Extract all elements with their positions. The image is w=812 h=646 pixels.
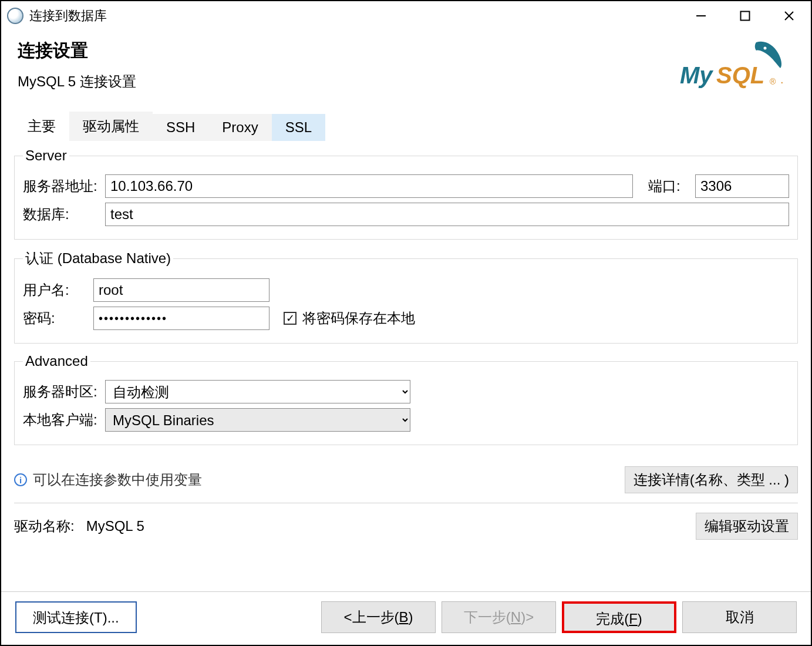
- page-subtitle: MySQL 5 连接设置: [18, 72, 136, 91]
- info-row: i 可以在连接参数中使用变量 连接详情(名称、类型 ... ): [14, 466, 798, 493]
- driver-name: MySQL 5: [86, 518, 144, 534]
- minimize-button[interactable]: [679, 1, 723, 31]
- tab-ssl[interactable]: SSL: [272, 114, 325, 141]
- dialog-footer: 测试连接(T)... <上一步(B) 下一步(N)> 完成(F) 取消: [1, 591, 811, 645]
- cancel-button[interactable]: 取消: [682, 601, 797, 633]
- window-title: 连接到数据库: [29, 7, 679, 25]
- close-button[interactable]: [767, 1, 811, 31]
- test-connection-button[interactable]: 测试连接(T)...: [15, 601, 137, 633]
- app-icon: [7, 8, 23, 24]
- svg-text:SQL: SQL: [716, 62, 764, 89]
- save-password-label: 将密码保存在本地: [302, 309, 415, 328]
- host-label: 服务器地址:: [23, 177, 99, 196]
- next-button[interactable]: 下一步(N)>: [442, 601, 556, 633]
- database-label: 数据库:: [23, 205, 99, 224]
- info-text: 可以在连接参数中使用变量: [33, 470, 202, 489]
- main-panel: Server 服务器地址: 端口: 数据库: 认证 (Database Nati…: [14, 142, 798, 591]
- local-client-select[interactable]: MySQL Binaries: [105, 408, 410, 432]
- mysql-logo-icon: My SQL ® .: [677, 36, 789, 97]
- port-label: 端口:: [648, 177, 689, 196]
- svg-text:.: .: [780, 73, 784, 86]
- tab-ssh[interactable]: SSH: [153, 114, 208, 141]
- tab-row: 主要 驱动属性 SSH Proxy SSL: [14, 112, 798, 142]
- info-icon: i: [14, 473, 27, 486]
- auth-group-legend: 认证 (Database Native): [23, 249, 173, 268]
- port-input[interactable]: [695, 174, 789, 198]
- separator: [14, 503, 798, 503]
- tab-proxy[interactable]: Proxy: [208, 114, 271, 141]
- svg-rect-1: [740, 12, 749, 21]
- timezone-label: 服务器时区:: [23, 382, 99, 401]
- save-password-checkbox[interactable]: ✓ 将密码保存在本地: [284, 309, 415, 328]
- password-label: 密码:: [23, 309, 87, 328]
- host-input[interactable]: [105, 174, 633, 198]
- svg-text:®: ®: [770, 77, 776, 86]
- advanced-group-legend: Advanced: [23, 353, 90, 369]
- connection-details-button[interactable]: 连接详情(名称、类型 ... ): [625, 466, 798, 493]
- password-input[interactable]: [93, 307, 269, 330]
- svg-text:My: My: [680, 62, 713, 88]
- server-group-legend: Server: [23, 147, 69, 164]
- username-label: 用户名:: [23, 281, 87, 300]
- auth-group: 认证 (Database Native) 用户名: 密码: ✓ 将密码保存在本地: [14, 249, 798, 344]
- window-controls: [679, 1, 811, 31]
- tab-driver-properties[interactable]: 驱动属性: [69, 112, 153, 141]
- advanced-group: Advanced 服务器时区: 自动检测 本地客户端: MySQL Binari…: [14, 353, 798, 445]
- username-input[interactable]: [93, 278, 269, 302]
- page-title: 连接设置: [18, 39, 136, 63]
- tab-main[interactable]: 主要: [14, 112, 69, 141]
- finish-button[interactable]: 完成(F): [562, 601, 676, 633]
- server-group: Server 服务器地址: 端口: 数据库:: [14, 147, 798, 240]
- edit-driver-button[interactable]: 编辑驱动设置: [696, 513, 798, 540]
- maximize-button[interactable]: [723, 1, 767, 31]
- driver-row: 驱动名称: MySQL 5 编辑驱动设置: [14, 513, 798, 540]
- driver-label: 驱动名称:: [14, 518, 75, 534]
- header: 连接设置 MySQL 5 连接设置 My SQL ® .: [1, 31, 811, 97]
- svg-point-4: [764, 47, 767, 50]
- timezone-select[interactable]: 自动检测: [105, 380, 410, 403]
- checkbox-icon: ✓: [284, 312, 297, 325]
- back-button[interactable]: <上一步(B): [321, 601, 436, 633]
- database-input[interactable]: [105, 203, 789, 226]
- titlebar: 连接到数据库: [1, 1, 811, 31]
- local-client-label: 本地客户端:: [23, 411, 99, 429]
